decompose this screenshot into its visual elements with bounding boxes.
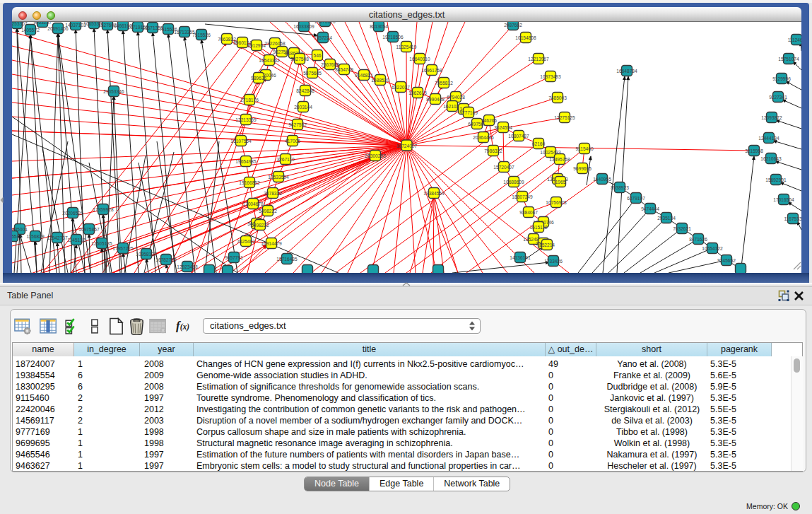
svg-text:15751074: 15751074 xyxy=(778,57,799,62)
svg-text:417006: 417006 xyxy=(285,139,300,144)
svg-text:10973493: 10973493 xyxy=(540,74,561,79)
svg-text:15692991: 15692991 xyxy=(765,177,787,182)
svg-text:18807249: 18807249 xyxy=(512,194,533,199)
svg-text:10154808: 10154808 xyxy=(515,35,536,40)
svg-text:13495758: 13495758 xyxy=(549,157,570,162)
svg-text:16961758: 16961758 xyxy=(421,68,442,73)
svg-text:16033809: 16033809 xyxy=(293,24,314,29)
svg-text:17359928: 17359928 xyxy=(93,207,114,212)
svg-text:16648784: 16648784 xyxy=(616,69,637,74)
svg-text:9657791: 9657791 xyxy=(225,255,243,260)
svg-text:12505135: 12505135 xyxy=(91,241,112,246)
svg-text:9227341: 9227341 xyxy=(769,95,787,100)
svg-text:12275125: 12275125 xyxy=(554,115,575,120)
svg-text:10958127: 10958127 xyxy=(136,252,157,257)
svg-text:7515526: 7515526 xyxy=(192,33,211,37)
svg-text:1145132: 1145132 xyxy=(67,238,86,243)
svg-text:19166852: 19166852 xyxy=(239,180,260,185)
svg-text:29053346: 29053346 xyxy=(103,89,124,94)
svg-text:15716485: 15716485 xyxy=(276,257,298,262)
svg-text:62160: 62160 xyxy=(532,141,546,146)
svg-text:3624554: 3624554 xyxy=(494,125,512,130)
svg-text:12213369: 12213369 xyxy=(235,117,257,122)
svg-text:9474444: 9474444 xyxy=(641,206,659,211)
svg-text:1588520: 1588520 xyxy=(371,78,389,83)
svg-text:16210643: 16210643 xyxy=(760,156,782,161)
svg-text:12213967: 12213967 xyxy=(528,57,549,62)
svg-text:3878332: 3878332 xyxy=(264,191,282,196)
svg-text:1733426: 1733426 xyxy=(544,259,563,264)
svg-text:8454749: 8454749 xyxy=(335,67,353,72)
svg-text:20364436: 20364436 xyxy=(473,135,494,140)
svg-text:17957225: 17957225 xyxy=(112,246,134,251)
svg-text:7485003: 7485003 xyxy=(548,95,567,100)
svg-text:8990448: 8990448 xyxy=(426,97,445,102)
svg-text:1167533: 1167533 xyxy=(784,216,801,221)
svg-text:12923468: 12923468 xyxy=(177,264,198,269)
svg-text:1615112: 1615112 xyxy=(529,225,548,230)
svg-text:6794028: 6794028 xyxy=(447,95,465,100)
svg-text:16914479: 16914479 xyxy=(261,241,282,246)
svg-text:5498222: 5498222 xyxy=(251,223,269,228)
svg-text:19384554: 19384554 xyxy=(423,191,445,196)
svg-text:10688609: 10688609 xyxy=(503,180,524,185)
svg-text:989636: 989636 xyxy=(251,76,266,81)
svg-text:12444134: 12444134 xyxy=(758,136,779,141)
svg-text:10654122: 10654122 xyxy=(702,246,723,251)
svg-text:2087662: 2087662 xyxy=(504,23,522,28)
svg-text:13533594: 13533594 xyxy=(268,175,289,180)
svg-text:12942737: 12942737 xyxy=(47,235,68,240)
svg-text:9827508: 9827508 xyxy=(290,57,309,62)
svg-text:7632621: 7632621 xyxy=(673,226,691,231)
svg-text:8471626: 8471626 xyxy=(689,237,707,242)
svg-text:7955812: 7955812 xyxy=(435,81,453,86)
svg-text:2718176: 2718176 xyxy=(240,98,259,103)
svg-text:3915549: 3915549 xyxy=(12,234,22,239)
svg-text:6322037: 6322037 xyxy=(392,85,410,90)
svg-text:5875685: 5875685 xyxy=(303,71,322,76)
svg-text:1640955: 1640955 xyxy=(593,177,611,182)
svg-text:18724007: 18724007 xyxy=(396,144,418,148)
svg-text:10756928: 10756928 xyxy=(546,200,567,205)
svg-text:9146821: 9146821 xyxy=(355,73,373,78)
svg-text:6379197: 6379197 xyxy=(627,196,645,201)
svg-text:1965: 1965 xyxy=(555,180,566,185)
svg-text:2935134: 2935134 xyxy=(657,216,676,221)
svg-text:2367608: 2367608 xyxy=(321,62,339,67)
svg-text:9427552: 9427552 xyxy=(288,122,307,127)
svg-text:16543362: 16543362 xyxy=(259,58,280,63)
svg-text:8242848: 8242848 xyxy=(296,88,314,93)
svg-text:16782759: 16782759 xyxy=(155,257,177,262)
svg-text:1156829: 1156829 xyxy=(26,234,45,239)
svg-text:1112463: 1112463 xyxy=(788,37,801,42)
svg-text:9245652: 9245652 xyxy=(717,258,736,263)
svg-text:9384067: 9384067 xyxy=(519,210,538,215)
svg-text:20876620: 20876620 xyxy=(314,22,336,24)
svg-text:16640910: 16640910 xyxy=(409,57,430,62)
svg-text:9777169: 9777169 xyxy=(459,110,478,115)
svg-text:2803144: 2803144 xyxy=(294,105,312,110)
svg-text:10975857: 10975857 xyxy=(78,227,100,232)
svg-text:14136141: 14136141 xyxy=(510,255,531,260)
svg-text:17016504: 17016504 xyxy=(773,197,794,202)
svg-text:3215958: 3215958 xyxy=(745,148,763,153)
svg-text:252214: 252214 xyxy=(539,243,555,247)
svg-text:746266: 746266 xyxy=(481,118,497,123)
svg-text:15720407: 15720407 xyxy=(493,165,514,170)
svg-text:9129996: 9129996 xyxy=(772,76,791,81)
svg-text:546: 546 xyxy=(313,53,321,58)
svg-text:8912954: 8912954 xyxy=(247,43,266,48)
svg-text:25300293: 25300293 xyxy=(365,153,386,158)
svg-text:19654985: 19654985 xyxy=(235,159,257,164)
svg-text:7625402: 7625402 xyxy=(237,239,255,244)
svg-text:9063257: 9063257 xyxy=(33,22,52,25)
svg-text:7986322: 7986322 xyxy=(484,148,502,153)
svg-text:5498222: 5498222 xyxy=(259,209,277,214)
svg-text:12093872: 12093872 xyxy=(761,115,782,120)
svg-text:23226058: 23226058 xyxy=(264,41,286,46)
svg-text:9115460: 9115460 xyxy=(575,146,594,151)
svg-text:8813054: 8813054 xyxy=(370,24,388,29)
svg-text:7857224: 7857224 xyxy=(314,35,332,40)
svg-text:19218506: 19218506 xyxy=(382,35,404,40)
svg-text:10807487: 10807487 xyxy=(508,134,529,139)
